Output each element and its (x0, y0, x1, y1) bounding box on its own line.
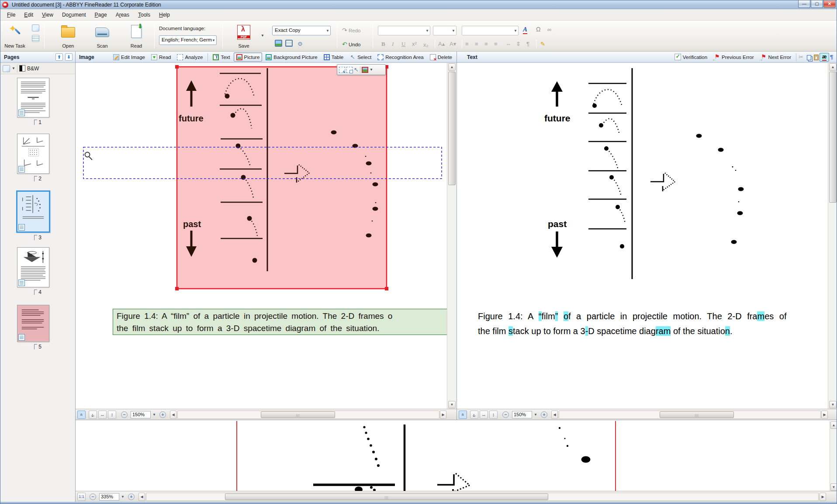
style-select[interactable]: ▼ (462, 26, 519, 35)
language-select[interactable]: English; French; Germ▼ (159, 35, 217, 45)
previous-page-button[interactable]: ⬆ (55, 53, 63, 61)
page-view-mode-icon[interactable] (3, 65, 10, 72)
minimize-button[interactable]: — (798, 0, 810, 8)
fit-width-icon[interactable]: ↔ (98, 411, 107, 419)
fit-height-icon[interactable]: ↕ (108, 411, 116, 419)
font-name-select[interactable]: ▼ (378, 26, 430, 35)
link-icon[interactable]: ∞ (547, 26, 551, 33)
hscroll-left-arrow[interactable]: ◀ (551, 411, 558, 419)
zoom-caret[interactable]: ▼ (152, 413, 156, 417)
align-center-icon[interactable]: ≡ (475, 41, 478, 47)
paragraph-marks-icon[interactable]: ¶ (526, 41, 529, 47)
page-thumbnail-4[interactable] (17, 247, 49, 287)
italic-button[interactable]: I (392, 41, 394, 48)
fit-width-icon[interactable]: ↔ (480, 411, 488, 419)
superscript-button[interactable]: x² (412, 41, 417, 47)
edit-image-button[interactable]: Edit Image (111, 52, 148, 62)
scroll-down-arrow[interactable]: ▼ (448, 401, 456, 408)
special-character-icon[interactable]: Ω (536, 26, 540, 33)
fit-height-icon[interactable]: ↕ (489, 411, 498, 419)
add-area-icon[interactable] (339, 67, 345, 73)
scan-button[interactable]: Scan (90, 22, 115, 50)
copy-page-icon[interactable] (32, 35, 39, 42)
menu-edit[interactable]: Edit (20, 10, 37, 19)
maximize-button[interactable]: ▢ (811, 0, 823, 8)
collapse-panel-icon[interactable]: « (77, 411, 86, 419)
keep-pictures-toggle[interactable] (275, 40, 282, 47)
page-thumbnail-1[interactable] (17, 78, 49, 117)
picture-button[interactable]: Picture (234, 52, 263, 62)
scroll-up-arrow[interactable]: ▲ (829, 63, 837, 71)
hscroll-right-arrow[interactable]: ▶ (820, 493, 826, 501)
zoom-in-button[interactable]: + (128, 494, 135, 500)
background-picture-button[interactable]: Background Picture (263, 52, 320, 62)
recognized-text-view[interactable]: future (457, 63, 828, 409)
zoom-level-value[interactable]: 335% (99, 493, 119, 501)
text-button[interactable]: Text (210, 52, 232, 62)
formatting-marks-toggle[interactable]: ¶ (830, 54, 837, 60)
hscrollbar-thumb[interactable] (225, 494, 548, 500)
undo-button[interactable]: ↶ Undo (342, 41, 360, 48)
format-settings-icon[interactable]: ⚙ (297, 41, 303, 47)
format-mode-select[interactable]: Exact Copy▼ (272, 26, 331, 35)
font-color-icon[interactable]: A (523, 26, 527, 34)
next-error-button[interactable]: Next Error (757, 52, 794, 62)
next-page-button[interactable]: ⬇ (65, 53, 73, 61)
page-thumbnail-2[interactable] (17, 134, 49, 174)
zoom-caret[interactable]: ▼ (121, 495, 125, 499)
save-button[interactable]: Save (231, 22, 256, 50)
menu-file[interactable]: File (3, 10, 19, 19)
zoom-in-button[interactable]: + (159, 411, 166, 418)
zoom-level-value[interactable]: 150% (512, 411, 532, 418)
read-button[interactable]: Read (149, 52, 174, 62)
zoom-view[interactable] (76, 421, 830, 491)
hscrollbar-thumb[interactable] (261, 411, 335, 418)
line-spacing-icon[interactable]: ⇔ (505, 41, 511, 47)
align-justify-icon[interactable]: ≡ (494, 41, 498, 47)
caption-text-area[interactable]: Figure 1.4: A “film” of a particle in pr… (113, 309, 447, 335)
increase-font-button[interactable]: A▴ (438, 41, 445, 47)
subtract-area-icon[interactable] (346, 67, 353, 73)
scanned-image-view[interactable]: future (76, 63, 447, 409)
zoom-vertical-scrollbar[interactable]: ▲ ▼ (830, 421, 837, 491)
highlighter-icon[interactable]: ✎ (540, 41, 545, 47)
scroll-down-arrow[interactable]: ▼ (829, 401, 837, 408)
zoom-horizontal-scrollbar[interactable] (146, 493, 819, 501)
recognized-caption[interactable]: Figure 1.4: A “film” of a particle in pr… (478, 309, 828, 338)
analyze-button[interactable]: Analyze (174, 52, 205, 62)
recognition-area-button[interactable]: Recognition Area (375, 52, 426, 62)
hscroll-left-arrow[interactable]: ◀ (170, 411, 176, 419)
keep-layout-toggle[interactable] (285, 40, 293, 47)
hscroll-right-arrow[interactable]: ▶ (821, 411, 828, 419)
menu-page[interactable]: Page (91, 10, 111, 19)
scroll-down-arrow[interactable]: ▼ (830, 483, 837, 491)
zoom-out-button[interactable]: − (502, 411, 509, 418)
table-button[interactable]: Table (321, 52, 346, 62)
open-button[interactable]: Open (55, 22, 81, 50)
area-type-caret[interactable]: ▼ (370, 68, 373, 72)
fit-page-icon[interactable]: ↔↕ (470, 411, 478, 419)
zoom-in-button[interactable]: + (541, 411, 547, 418)
scrollbar-thumb[interactable] (448, 72, 456, 185)
bold-button[interactable]: B (381, 41, 385, 48)
title-bar[interactable]: Untitled document [3] - ABBYY FineReader… (0, 0, 837, 9)
picture-area-region[interactable] (177, 67, 387, 289)
verification-button[interactable]: Verification (672, 52, 710, 62)
cut-icon[interactable]: ✂ (799, 54, 805, 60)
scroll-up-arrow[interactable]: ▲ (448, 63, 456, 71)
page-thumbnail-3[interactable] (16, 190, 50, 233)
zoom-caret[interactable]: ▼ (534, 413, 537, 417)
new-page-icon[interactable] (32, 24, 39, 31)
new-task-button[interactable]: New Task (2, 22, 28, 50)
page-thumbnail-5[interactable] (17, 305, 49, 342)
uncertain-characters-toggle[interactable]: æ (820, 53, 829, 62)
image-vertical-scrollbar[interactable]: ▲ ▼ (447, 63, 457, 409)
hscroll-left-arrow[interactable]: ◀ (138, 493, 145, 501)
close-button[interactable]: ✕ (823, 0, 836, 8)
menu-tools[interactable]: Tools (134, 10, 154, 19)
zoom-out-button[interactable]: − (121, 411, 128, 418)
menu-areas[interactable]: Areas (112, 10, 133, 19)
scrollbar-thumb[interactable] (829, 72, 837, 203)
text-vertical-scrollbar[interactable]: ▲ ▼ (828, 63, 837, 409)
collapse-panel-icon[interactable]: « (459, 411, 467, 419)
